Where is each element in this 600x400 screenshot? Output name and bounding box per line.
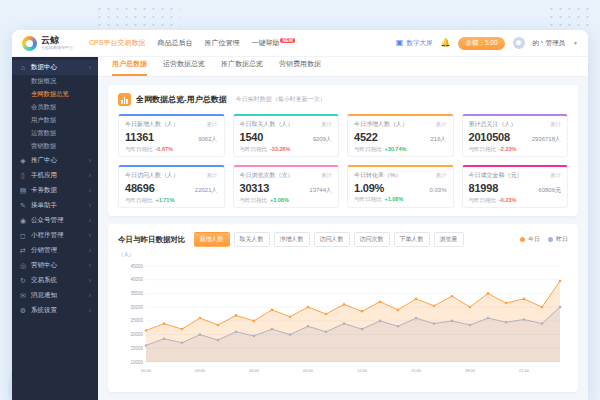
sidebar-item[interactable]: ◻小程序管理› — [12, 228, 98, 243]
stat-value: 4522 — [354, 131, 378, 143]
stat-box: 今日成交金额（元）累计8199860806元与昨日相比-0.23% — [462, 165, 569, 208]
stat-value: 81998 — [469, 182, 499, 194]
svg-text:25000: 25000 — [130, 318, 143, 323]
chevron-right-icon: › — [89, 157, 91, 164]
sidebar-item[interactable]: ◈推广中心› — [12, 153, 98, 168]
cumulative-label: 累计 — [550, 121, 561, 128]
nav-item[interactable]: CPS平台交易数据 — [89, 38, 145, 48]
chevron-right-icon: › — [89, 64, 91, 71]
metric-pill[interactable]: 下单人数 — [394, 232, 430, 247]
metric-pill[interactable]: 访问人数 — [314, 232, 350, 247]
chevron-down-icon[interactable]: ▼ — [573, 40, 578, 46]
sidebar-item-label: 数据中心 — [31, 63, 57, 72]
screen-icon[interactable]: ▣ — [396, 39, 404, 47]
sidebar-item[interactable]: ↻交易系统› — [12, 273, 98, 288]
svg-text:18:00: 18:00 — [465, 368, 476, 373]
sidebar-item[interactable]: ◉公众号管理› — [12, 213, 98, 228]
sidebar-subitem[interactable]: 运营数据 — [12, 127, 98, 140]
sidebar-subitem[interactable]: 用户数据 — [12, 114, 98, 127]
metric-pill[interactable]: 取关人数 — [234, 232, 270, 247]
stat-box: 今日取关人数（人）累计15409209人与昨日相比-33.26% — [233, 114, 340, 157]
avatar[interactable]: ☻ — [513, 37, 525, 49]
stat-cumulative: 0.03% — [429, 187, 446, 193]
stat-value: 11361 — [125, 131, 154, 143]
cumulative-label: 累计 — [436, 121, 447, 128]
sidebar-item[interactable]: ⚙系统设置› — [12, 303, 98, 318]
mail-icon: ✉ — [19, 292, 27, 300]
legend-item[interactable]: 今日 — [520, 235, 540, 244]
sidebar-item[interactable]: ▯手机应用› — [12, 168, 98, 183]
sidebar-item-label: 小程序管理 — [31, 231, 64, 240]
stat-label: 今日浏览次数（次） — [240, 171, 294, 180]
username[interactable]: 的丶管理员 — [533, 39, 566, 48]
stat-cumulative: 216人 — [430, 135, 446, 144]
sidebar-item-label: 交易系统 — [31, 276, 57, 285]
sidebar-item[interactable]: ✉消息通知› — [12, 288, 98, 303]
sidebar-item-label: 手机应用 — [31, 171, 57, 180]
cumulative-label: 累计 — [321, 172, 332, 179]
metric-pill[interactable]: 浏览量 — [434, 232, 464, 247]
bell-icon[interactable]: 🔔 — [440, 39, 450, 47]
tab-1[interactable]: 运营数据总览 — [163, 59, 205, 76]
legend-dot-icon — [548, 237, 553, 242]
svg-text:30000: 30000 — [130, 305, 143, 310]
legend-item[interactable]: 昨日 — [548, 235, 568, 244]
stat-cumulative: 22021人 — [195, 186, 218, 195]
chevron-right-icon: › — [89, 172, 91, 179]
svg-text:10000: 10000 — [130, 360, 143, 365]
compare-label: 与昨日相比 — [240, 146, 268, 153]
sidebar-subitem[interactable]: 数据概况 — [12, 75, 98, 88]
compare-label: 与昨日相比 — [354, 146, 382, 153]
stat-value: 30313 — [240, 182, 270, 194]
nav-item[interactable]: 一键帮助NEW — [251, 38, 295, 48]
chevron-right-icon: › — [89, 277, 91, 284]
tab-2[interactable]: 推广数据总览 — [221, 59, 263, 76]
compare-label: 与昨日相比 — [469, 197, 497, 204]
metric-pill[interactable]: 净增人数 — [274, 232, 310, 247]
main-content: 用户总数据运营数据总览推广数据总览营销费用数据 全网数据总览-用户总数据 今日实… — [98, 57, 588, 400]
decor-dots-left — [95, 5, 180, 27]
sidebar-item[interactable]: ⌂数据中心› — [12, 60, 98, 75]
overview-card: 全网数据总览-用户总数据 今日实时数据（每小时更新一次） 今日新增人数（人）累计… — [108, 85, 578, 216]
tab-3[interactable]: 营销费用数据 — [279, 59, 321, 76]
target-icon: ◎ — [19, 262, 27, 270]
chart-title: 今日与昨日数据对比 — [118, 235, 186, 245]
chevron-right-icon: › — [89, 292, 91, 299]
stat-delta: -0.23% — [499, 197, 516, 204]
logo[interactable]: 云鲸 云鲸电商管理平台 — [22, 36, 73, 51]
megaphone-icon: ◈ — [19, 157, 27, 165]
metric-pills: 新增人数取关人数净增人数访问人数访问次数下单人数浏览量 — [194, 232, 464, 247]
sidebar-item[interactable]: ✎接单助手› — [12, 198, 98, 213]
sidebar-item-label: 接单助手 — [31, 201, 57, 210]
sidebar-subitem[interactable]: 会员数据 — [12, 101, 98, 114]
sidebar-item-label: 营销中心 — [31, 261, 57, 270]
screen-label[interactable]: 数字大屏 — [406, 39, 432, 48]
sidebar-item[interactable]: ⇄分销管理› — [12, 243, 98, 258]
chart[interactable]: 1000015000200002500030000350004000045000… — [118, 258, 568, 384]
sidebar-subitem[interactable]: 营销数据 — [12, 140, 98, 153]
nav-item[interactable]: 推广位管理 — [204, 38, 239, 48]
stat-label: 今日新增人数（人） — [125, 120, 179, 129]
legend-label: 昨日 — [556, 235, 568, 244]
balance-button[interactable]: 余额：5.00 — [458, 37, 504, 50]
svg-text:40000: 40000 — [130, 277, 143, 282]
nav-item[interactable]: 商品总后台 — [157, 38, 192, 48]
svg-text:15:00: 15:00 — [411, 368, 422, 373]
chevron-right-icon: › — [89, 262, 91, 269]
sidebar-item-label: 推广中心 — [31, 156, 57, 165]
cumulative-label: 累计 — [207, 172, 218, 179]
decor-dots-right — [547, 5, 592, 27]
sidebar-item[interactable]: ◎营销中心› — [12, 258, 98, 273]
sidebar-item-label: 系统设置 — [31, 306, 57, 315]
metric-pill[interactable]: 新增人数 — [194, 232, 230, 247]
svg-text:06:00: 06:00 — [249, 368, 260, 373]
svg-text:09:00: 09:00 — [303, 368, 314, 373]
logo-subtitle: 云鲸电商管理平台 — [41, 46, 73, 50]
sidebar-subitem[interactable]: 全网数据总览 — [12, 88, 98, 101]
metric-pill[interactable]: 访问次数 — [354, 232, 390, 247]
sidebar-item[interactable]: ▤卡券数据› — [12, 183, 98, 198]
chevron-right-icon: › — [89, 307, 91, 314]
tab-0[interactable]: 用户总数据 — [112, 59, 147, 76]
sidebar-item-label: 消息通知 — [31, 291, 57, 300]
axis-unit-label: （人） — [118, 251, 568, 258]
